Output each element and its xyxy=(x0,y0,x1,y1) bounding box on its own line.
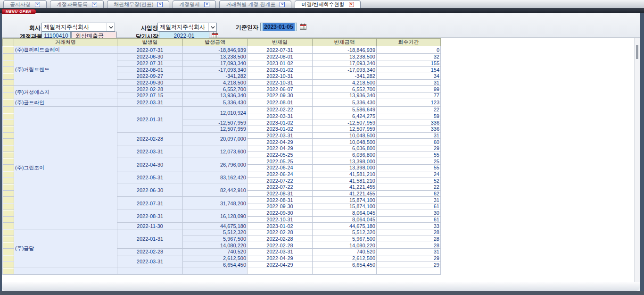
settle-amount-cell[interactable]: 10,048,500 xyxy=(313,132,377,139)
row-selector[interactable] xyxy=(3,145,14,152)
occur-date-cell[interactable]: 2022-07-15 xyxy=(117,93,183,99)
occur-amount-cell[interactable]: 5,512,320 xyxy=(183,229,248,236)
collect-days-cell[interactable]: 29 xyxy=(377,145,441,152)
settle-amount-cell[interactable]: 14,080,220 xyxy=(313,242,377,249)
row-selector[interactable] xyxy=(3,229,14,236)
settle-amount-cell[interactable]: 6,654,450 xyxy=(313,261,377,268)
settle-date-cell[interactable]: 2022-06-24 xyxy=(248,165,313,171)
settle-amount-cell[interactable]: 6,552,700 xyxy=(313,86,377,93)
settle-date-cell[interactable]: 2022-02-28 xyxy=(248,242,313,249)
settle-date-cell[interactable]: 2022-07-31 xyxy=(248,46,313,54)
occur-amount-cell[interactable]: 17,093,340 xyxy=(183,60,248,67)
occur-amount-cell[interactable]: 5,336,430 xyxy=(183,99,248,106)
occur-amount-cell[interactable]: 12,073,600 xyxy=(183,145,248,158)
settle-amount-cell[interactable]: -18,846,939 xyxy=(313,46,377,54)
occur-date-cell[interactable]: 2022-06-30 xyxy=(117,54,183,60)
settle-amount-cell[interactable]: 740,520 xyxy=(313,248,377,255)
settle-date-cell[interactable]: 2022-04-29 xyxy=(248,145,313,152)
collect-days-cell[interactable]: 33 xyxy=(377,223,441,229)
collect-days-cell[interactable]: 31 xyxy=(377,248,441,255)
row-selector[interactable] xyxy=(3,99,14,106)
occur-amount-cell[interactable]: 4,218,500 xyxy=(183,79,248,86)
occur-date-cell[interactable]: 2022-06-30 xyxy=(117,184,183,197)
collect-days-cell[interactable]: 55 xyxy=(377,152,441,158)
settle-date-cell[interactable]: 2023-01-02 xyxy=(248,60,313,67)
settle-date-cell[interactable]: 2022-07-22 xyxy=(248,184,313,191)
occur-date-cell[interactable] xyxy=(117,268,183,275)
settle-amount-cell[interactable]: 13,936,340 xyxy=(313,93,377,99)
settle-date-cell[interactable]: 2022-03-31 xyxy=(248,113,313,119)
collect-days-cell[interactable]: 32 xyxy=(377,54,441,60)
row-selector[interactable] xyxy=(3,171,14,177)
row-selector[interactable] xyxy=(3,46,14,54)
collect-days-cell[interactable]: 25 xyxy=(377,158,441,165)
collect-days-cell[interactable]: 123 xyxy=(377,99,441,106)
collect-days-cell[interactable]: 0 xyxy=(377,46,441,54)
settle-amount-cell[interactable]: 5,512,320 xyxy=(313,229,377,236)
settle-amount-cell[interactable]: 41,581,210 xyxy=(313,177,377,184)
settle-amount-cell[interactable]: 17,093,340 xyxy=(313,60,377,67)
settle-date-cell[interactable]: 2022-08-01 xyxy=(248,54,313,60)
tab-close-icon[interactable]: × xyxy=(157,2,163,7)
row-selector[interactable] xyxy=(3,184,14,191)
occur-amount-cell[interactable]: 12,010,924 xyxy=(183,106,248,119)
occur-amount-cell[interactable]: -18,846,939 xyxy=(183,46,248,54)
tab-1[interactable]: 계정과목등록× xyxy=(50,0,104,8)
row-selector[interactable] xyxy=(3,67,14,73)
occur-date-cell[interactable]: 2022-09-30 xyxy=(117,79,183,86)
collect-days-cell[interactable]: 52 xyxy=(377,177,441,184)
settle-date-cell[interactable]: 2022-05-25 xyxy=(248,152,313,158)
settle-amount-cell[interactable]: 8,064,045 xyxy=(313,216,377,223)
tab-5[interactable]: 미결/반제회수현황× xyxy=(295,0,360,8)
row-selector[interactable] xyxy=(3,79,14,86)
collect-days-cell[interactable] xyxy=(377,268,441,275)
occur-amount-cell[interactable]: 83,162,420 xyxy=(183,171,248,184)
collect-days-cell[interactable]: 59 xyxy=(377,113,441,119)
occur-amount-cell[interactable]: 6,552,700 xyxy=(183,86,248,93)
settle-amount-cell[interactable]: 44,675,180 xyxy=(313,223,377,229)
collect-days-cell[interactable]: 55 xyxy=(377,165,441,171)
collect-days-cell[interactable]: 28 xyxy=(377,242,441,249)
occur-date-cell[interactable]: 2022-11-30 xyxy=(117,223,183,229)
settle-date-cell[interactable]: 2022-02-28 xyxy=(248,236,313,242)
settle-amount-cell[interactable]: 6,424,275 xyxy=(313,113,377,119)
settle-amount-cell[interactable]: -17,093,340 xyxy=(313,67,377,73)
settle-amount-cell[interactable]: 12,507,959 xyxy=(313,126,377,132)
settle-amount-cell[interactable]: 5,967,500 xyxy=(313,236,377,242)
customer-name-cell[interactable]: (주)거성에스지 xyxy=(14,86,117,99)
menu-open-button[interactable]: MENU OPEN xyxy=(2,9,36,14)
row-selector[interactable] xyxy=(3,113,14,119)
collect-days-cell[interactable]: 29 xyxy=(377,255,441,261)
settle-date-cell[interactable]: 2022-03-31 xyxy=(248,248,313,255)
customer-name-cell[interactable]: (주)그린조이 xyxy=(14,106,117,229)
tab-close-icon[interactable]: × xyxy=(280,2,285,7)
row-selector[interactable] xyxy=(3,126,14,132)
collect-days-cell[interactable]: 154 xyxy=(377,67,441,73)
settle-date-cell[interactable]: 2022-04-29 xyxy=(248,139,313,145)
settle-date-cell[interactable]: 2022-09-30 xyxy=(248,203,313,210)
settle-date-cell[interactable]: 2022-05-25 xyxy=(248,158,313,165)
collect-days-cell[interactable]: 99 xyxy=(377,86,441,93)
occur-date-cell[interactable]: 2022-01-31 xyxy=(117,106,183,132)
occur-date-cell[interactable]: 2022-07-31 xyxy=(117,197,183,210)
collect-days-cell[interactable]: 336 xyxy=(377,126,441,132)
settle-date-cell[interactable]: 2023-01-02 xyxy=(248,223,313,229)
collect-days-cell[interactable]: 34 xyxy=(377,73,441,80)
settle-amount-cell[interactable]: 41,221,455 xyxy=(313,184,377,191)
occur-amount-cell[interactable]: 44,675,180 xyxy=(183,223,248,229)
occur-date-cell[interactable]: 2022-03-31 xyxy=(117,99,183,106)
chevron-down-icon[interactable] xyxy=(208,23,216,31)
settle-date-cell[interactable]: 2023-01-02 xyxy=(248,119,313,126)
settle-date-cell[interactable]: 2022-06-24 xyxy=(248,171,313,177)
settle-amount-cell[interactable] xyxy=(313,268,377,275)
settle-amount-cell[interactable]: 10,048,500 xyxy=(313,139,377,145)
collect-days-cell[interactable]: 28 xyxy=(377,236,441,242)
row-selector[interactable] xyxy=(3,190,14,197)
settle-date-cell[interactable]: 2022-08-01 xyxy=(248,99,313,106)
row-selector[interactable] xyxy=(3,248,14,255)
tab-close-icon[interactable]: × xyxy=(92,2,97,7)
company-select[interactable]: 제일저지주식회사 xyxy=(41,23,115,32)
collect-days-cell[interactable]: 22 xyxy=(377,184,441,191)
tab-2[interactable]: 채권채무장(전표)× xyxy=(107,0,169,8)
settle-date-cell[interactable]: 2022-10-31 xyxy=(248,79,313,86)
